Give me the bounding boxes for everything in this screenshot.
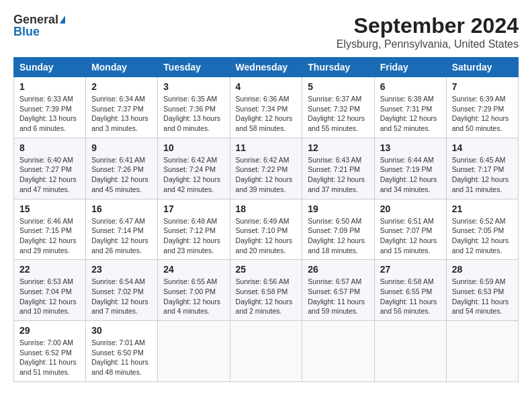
- day-number: 29: [19, 325, 80, 336]
- cell-info: Sunrise: 6:48 AM Sunset: 7:12 PM Dayligh…: [163, 216, 224, 256]
- day-number: 27: [380, 264, 441, 275]
- day-number: 21: [452, 203, 513, 214]
- day-number: 14: [452, 142, 513, 153]
- calendar-day-header: Saturday: [446, 58, 518, 77]
- day-number: 23: [91, 264, 152, 275]
- cell-info: Sunrise: 6:42 AM Sunset: 7:22 PM Dayligh…: [236, 155, 297, 195]
- day-number: 16: [91, 203, 152, 214]
- calendar-day-header: Monday: [86, 58, 158, 77]
- day-number: 22: [19, 264, 80, 275]
- calendar-cell: 27Sunrise: 6:58 AM Sunset: 6:55 PM Dayli…: [374, 260, 446, 321]
- calendar-day-header: Tuesday: [158, 58, 230, 77]
- calendar-cell: 5Sunrise: 6:37 AM Sunset: 7:32 PM Daylig…: [302, 77, 374, 138]
- cell-info: Sunrise: 6:51 AM Sunset: 7:07 PM Dayligh…: [380, 216, 441, 256]
- day-number: 1: [19, 81, 80, 92]
- day-number: 20: [380, 203, 441, 214]
- cell-info: Sunrise: 6:49 AM Sunset: 7:10 PM Dayligh…: [236, 216, 297, 256]
- calendar-cell: 13Sunrise: 6:44 AM Sunset: 7:19 PM Dayli…: [374, 138, 446, 199]
- logo-icon: [60, 15, 65, 24]
- calendar-week-row: 8Sunrise: 6:40 AM Sunset: 7:27 PM Daylig…: [14, 138, 519, 199]
- day-number: 12: [308, 142, 368, 153]
- cell-info: Sunrise: 6:46 AM Sunset: 7:15 PM Dayligh…: [19, 216, 80, 256]
- cell-info: Sunrise: 6:41 AM Sunset: 7:26 PM Dayligh…: [91, 155, 152, 195]
- day-number: 10: [163, 142, 224, 153]
- day-number: 28: [452, 264, 513, 275]
- calendar-day-header: Sunday: [14, 58, 86, 77]
- calendar-cell: 30Sunrise: 7:01 AM Sunset: 6:50 PM Dayli…: [86, 321, 158, 382]
- cell-info: Sunrise: 6:35 AM Sunset: 7:36 PM Dayligh…: [163, 94, 224, 134]
- title-block: September 2024 Elysburg, Pennsylvania, U…: [337, 13, 519, 50]
- calendar-cell: 18Sunrise: 6:49 AM Sunset: 7:10 PM Dayli…: [230, 199, 302, 260]
- calendar-cell: 19Sunrise: 6:50 AM Sunset: 7:09 PM Dayli…: [302, 199, 374, 260]
- day-number: 11: [236, 142, 297, 153]
- day-number: 3: [163, 81, 224, 92]
- cell-info: Sunrise: 6:40 AM Sunset: 7:27 PM Dayligh…: [19, 155, 80, 195]
- day-number: 19: [308, 203, 368, 214]
- cell-info: Sunrise: 7:00 AM Sunset: 6:52 PM Dayligh…: [19, 338, 80, 377]
- calendar-cell: 17Sunrise: 6:48 AM Sunset: 7:12 PM Dayli…: [158, 199, 230, 260]
- calendar-table: SundayMondayTuesdayWednesdayThursdayFrid…: [13, 57, 519, 382]
- cell-info: Sunrise: 6:53 AM Sunset: 7:04 PM Dayligh…: [19, 277, 80, 316]
- cell-info: Sunrise: 6:52 AM Sunset: 7:05 PM Dayligh…: [452, 216, 513, 256]
- calendar-cell: 20Sunrise: 6:51 AM Sunset: 7:07 PM Dayli…: [374, 199, 446, 260]
- calendar-cell: 4Sunrise: 6:36 AM Sunset: 7:34 PM Daylig…: [230, 77, 302, 138]
- cell-info: Sunrise: 6:57 AM Sunset: 6:57 PM Dayligh…: [308, 277, 368, 316]
- cell-info: Sunrise: 6:43 AM Sunset: 7:21 PM Dayligh…: [308, 155, 368, 195]
- calendar-week-row: 29Sunrise: 7:00 AM Sunset: 6:52 PM Dayli…: [14, 321, 519, 382]
- calendar-cell: 12Sunrise: 6:43 AM Sunset: 7:21 PM Dayli…: [302, 138, 374, 199]
- cell-info: Sunrise: 6:33 AM Sunset: 7:39 PM Dayligh…: [19, 94, 80, 134]
- day-number: 30: [91, 325, 152, 336]
- calendar-cell: 21Sunrise: 6:52 AM Sunset: 7:05 PM Dayli…: [446, 199, 518, 260]
- calendar-header-row: SundayMondayTuesdayWednesdayThursdayFrid…: [14, 58, 519, 77]
- calendar-week-row: 15Sunrise: 6:46 AM Sunset: 7:15 PM Dayli…: [14, 199, 519, 260]
- calendar-week-row: 22Sunrise: 6:53 AM Sunset: 7:04 PM Dayli…: [14, 260, 519, 321]
- calendar-cell: 15Sunrise: 6:46 AM Sunset: 7:15 PM Dayli…: [14, 199, 86, 260]
- calendar-cell: 29Sunrise: 7:00 AM Sunset: 6:52 PM Dayli…: [14, 321, 86, 382]
- calendar-day-header: Thursday: [302, 58, 374, 77]
- calendar-cell: 22Sunrise: 6:53 AM Sunset: 7:04 PM Dayli…: [14, 260, 86, 321]
- calendar-day-header: Wednesday: [230, 58, 302, 77]
- day-number: 17: [163, 203, 224, 214]
- page-subtitle: Elysburg, Pennsylvania, United States: [337, 38, 519, 50]
- cell-info: Sunrise: 6:58 AM Sunset: 6:55 PM Dayligh…: [380, 277, 441, 316]
- cell-info: Sunrise: 6:39 AM Sunset: 7:29 PM Dayligh…: [452, 94, 513, 134]
- day-number: 2: [91, 81, 152, 92]
- day-number: 8: [19, 142, 80, 153]
- cell-info: Sunrise: 6:37 AM Sunset: 7:32 PM Dayligh…: [308, 94, 368, 134]
- calendar-cell: 6Sunrise: 6:38 AM Sunset: 7:31 PM Daylig…: [374, 77, 446, 138]
- calendar-cell: 3Sunrise: 6:35 AM Sunset: 7:36 PM Daylig…: [158, 77, 230, 138]
- calendar-cell: 25Sunrise: 6:56 AM Sunset: 6:58 PM Dayli…: [230, 260, 302, 321]
- calendar-cell: 10Sunrise: 6:42 AM Sunset: 7:24 PM Dayli…: [158, 138, 230, 199]
- calendar-cell: 1Sunrise: 6:33 AM Sunset: 7:39 PM Daylig…: [14, 77, 86, 138]
- calendar-cell: 26Sunrise: 6:57 AM Sunset: 6:57 PM Dayli…: [302, 260, 374, 321]
- page-title: September 2024: [337, 13, 519, 38]
- logo: General Blue: [13, 13, 65, 38]
- calendar-cell: [158, 321, 230, 382]
- day-number: 13: [380, 142, 441, 153]
- day-number: 7: [452, 81, 513, 92]
- calendar-cell: [302, 321, 374, 382]
- day-number: 18: [236, 203, 297, 214]
- calendar-cell: [446, 321, 518, 382]
- logo-blue-text: Blue: [13, 26, 40, 38]
- day-number: 4: [236, 81, 297, 92]
- calendar-day-header: Friday: [374, 58, 446, 77]
- calendar-cell: 7Sunrise: 6:39 AM Sunset: 7:29 PM Daylig…: [446, 77, 518, 138]
- calendar-cell: 11Sunrise: 6:42 AM Sunset: 7:22 PM Dayli…: [230, 138, 302, 199]
- day-number: 15: [19, 203, 80, 214]
- calendar-cell: 2Sunrise: 6:34 AM Sunset: 7:37 PM Daylig…: [86, 77, 158, 138]
- cell-info: Sunrise: 6:50 AM Sunset: 7:09 PM Dayligh…: [308, 216, 368, 256]
- calendar-week-row: 1Sunrise: 6:33 AM Sunset: 7:39 PM Daylig…: [14, 77, 519, 138]
- page-header: General Blue September 2024 Elysburg, Pe…: [13, 13, 519, 50]
- day-number: 5: [308, 81, 368, 92]
- day-number: 25: [236, 264, 297, 275]
- cell-info: Sunrise: 6:55 AM Sunset: 7:00 PM Dayligh…: [163, 277, 224, 316]
- cell-info: Sunrise: 7:01 AM Sunset: 6:50 PM Dayligh…: [91, 338, 152, 377]
- calendar-cell: [230, 321, 302, 382]
- calendar-cell: [374, 321, 446, 382]
- cell-info: Sunrise: 6:59 AM Sunset: 6:53 PM Dayligh…: [452, 277, 513, 316]
- cell-info: Sunrise: 6:42 AM Sunset: 7:24 PM Dayligh…: [163, 155, 224, 195]
- calendar-cell: 9Sunrise: 6:41 AM Sunset: 7:26 PM Daylig…: [86, 138, 158, 199]
- day-number: 24: [163, 264, 224, 275]
- cell-info: Sunrise: 6:38 AM Sunset: 7:31 PM Dayligh…: [380, 94, 441, 134]
